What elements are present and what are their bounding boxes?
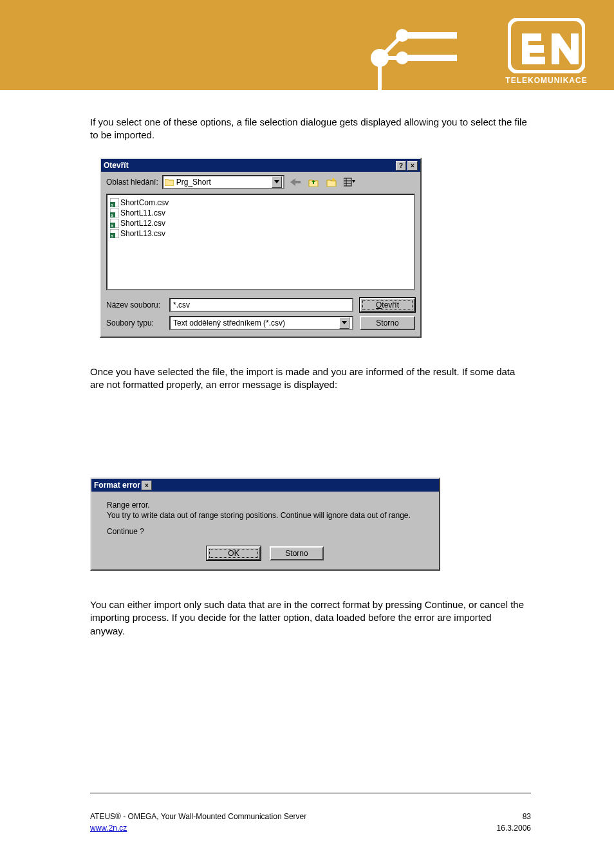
- file-item[interactable]: a ShortCom.csv: [110, 198, 411, 208]
- footer-date: 16.3.2006: [497, 824, 531, 833]
- lookin-value: Prg_Short: [176, 178, 211, 187]
- svg-text:a: a: [111, 213, 113, 217]
- filetype-combo[interactable]: Text oddělený středníkem (*.csv): [169, 316, 353, 330]
- help-button[interactable]: ?: [396, 161, 406, 171]
- svg-text:a: a: [111, 223, 113, 228]
- footer-link[interactable]: www.2n.cz: [90, 824, 127, 833]
- file-name: ShortL12.csv: [120, 219, 165, 228]
- svg-point-6: [396, 29, 409, 42]
- file-item[interactable]: a ShortL12.csv: [110, 218, 411, 228]
- footer-product-name: ATEUS® - OMEGA, Your Wall-Mounted Commun…: [90, 812, 306, 821]
- cancel-button[interactable]: Storno: [360, 316, 415, 330]
- up-one-level-icon[interactable]: [306, 175, 321, 189]
- paragraph-2: Once you have selected the file, the imp…: [90, 365, 528, 392]
- lookin-combo[interactable]: Prg_Short: [162, 175, 284, 189]
- folder-icon: [165, 178, 174, 186]
- csv-file-icon: a: [110, 198, 119, 207]
- dialog-title: Format error: [94, 481, 140, 490]
- svg-point-7: [396, 51, 409, 64]
- csv-file-icon: a: [110, 208, 119, 217]
- csv-file-icon: a: [110, 219, 119, 228]
- file-item[interactable]: a ShortL13.csv: [110, 228, 411, 239]
- paragraph-3: You can either import only such data tha…: [90, 598, 528, 638]
- filename-label: Název souboru:: [106, 300, 163, 309]
- csv-file-icon: a: [110, 229, 119, 238]
- file-list[interactable]: a ShortCom.csv a ShortL11.csv a ShortL12…: [106, 194, 415, 290]
- views-icon[interactable]: [342, 175, 357, 189]
- error-line-2: You try to write data out of range stori…: [107, 511, 423, 521]
- paragraph-1: If you select one of these options, a fi…: [90, 116, 528, 142]
- footer-separator: [90, 793, 531, 793]
- file-name: ShortCom.csv: [120, 198, 169, 207]
- lookin-label: Oblast hledání:: [106, 178, 158, 187]
- svg-rect-9: [344, 178, 351, 186]
- close-button[interactable]: ×: [142, 481, 152, 490]
- dialog-title: Otevřít: [104, 161, 395, 170]
- file-name: ShortL11.csv: [120, 208, 165, 217]
- page-number: 83: [523, 812, 531, 821]
- new-folder-icon[interactable]: [324, 175, 339, 189]
- header-graphic: [360, 13, 463, 97]
- error-line-1: Range error.: [107, 501, 423, 511]
- brand-logo: TELEKOMUNIKACE: [485, 18, 608, 92]
- svg-text:a: a: [111, 203, 113, 207]
- back-icon[interactable]: [288, 175, 302, 189]
- format-error-dialog: Format error × Range error. You try to w…: [90, 477, 440, 571]
- dialog-titlebar: Otevřít ? ×: [101, 159, 420, 172]
- open-file-dialog: Otevřít ? × Oblast hledání: Prg_Short a …: [100, 158, 422, 338]
- filename-input[interactable]: *.csv: [169, 298, 353, 312]
- file-name: ShortL13.csv: [120, 229, 165, 238]
- dropdown-arrow-icon[interactable]: [339, 317, 349, 329]
- close-button[interactable]: ×: [407, 161, 418, 171]
- svg-text:a: a: [111, 234, 113, 238]
- ok-button[interactable]: OK: [207, 546, 261, 560]
- dialog-titlebar: Format error ×: [91, 479, 439, 492]
- cancel-button[interactable]: Storno: [270, 546, 324, 560]
- open-button[interactable]: Otevřít: [360, 298, 415, 312]
- svg-point-5: [371, 49, 389, 67]
- file-item[interactable]: a ShortL11.csv: [110, 208, 411, 218]
- error-line-3: Continue ?: [107, 527, 423, 537]
- error-message: Range error. You try to write data out o…: [91, 492, 439, 542]
- filetype-label: Soubory typu:: [106, 319, 163, 328]
- dropdown-arrow-icon[interactable]: [272, 176, 282, 188]
- brand-text: TELEKOMUNIKACE: [485, 76, 608, 85]
